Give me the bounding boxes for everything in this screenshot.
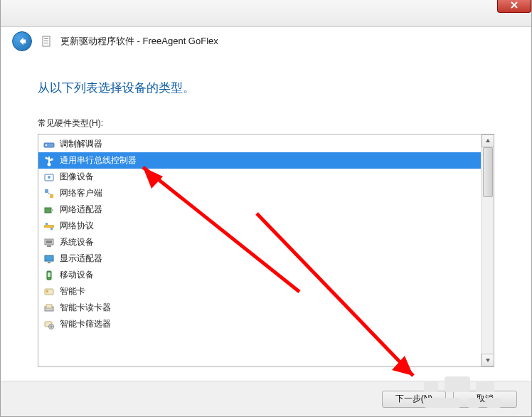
list-item-label: 智能卡 [60,285,85,297]
smartcard-icon [43,285,55,298]
scroll-thumb[interactable] [483,147,493,197]
svg-rect-17 [50,194,53,198]
svg-rect-21 [44,225,54,228]
svg-rect-4 [44,41,48,41]
svg-rect-23 [50,228,53,230]
scroll-up-button[interactable] [482,134,494,147]
svg-line-18 [48,193,50,194]
svg-rect-13 [51,158,53,160]
hardware-list-box: 调制解调器通用串行总线控制器图像设备网络客户端网络适配器网络协议系统设备显示适配… [38,134,494,367]
svg-rect-3 [44,38,48,39]
svg-rect-32 [46,290,48,292]
svg-point-15 [48,176,50,179]
list-item-label: 通用串行总线控制器 [60,154,137,167]
display-adapter-icon [43,253,55,265]
mobile-device-icon [43,269,55,282]
modem-icon [43,138,55,151]
scroll-down-button[interactable] [482,354,494,366]
list-item-label: 网络客户端 [60,187,102,199]
svg-marker-37 [486,139,490,142]
close-button[interactable] [497,0,531,13]
list-item[interactable]: 网络适配器 [38,201,494,218]
svg-marker-38 [486,359,490,362]
back-arrow-icon [17,36,27,46]
smartcard-reader-icon [43,302,55,315]
cancel-button-label: 取消 [477,393,494,405]
svg-rect-30 [48,273,50,277]
list-item[interactable]: 网络客户端 [38,185,494,201]
content-area: 从以下列表选择设备的类型。 常见硬件类型(H): 调制解调器通用串行总线控制器图… [1,56,531,376]
network-client-icon [43,187,55,200]
window-title: 更新驱动程序软件 - FreeAgent GoFlex [60,35,218,48]
svg-rect-34 [46,305,52,308]
list-item-label: 显示适配器 [60,253,102,265]
svg-rect-22 [46,223,48,225]
next-button[interactable]: 下一步(N) [382,391,446,408]
svg-rect-25 [46,241,52,243]
list-item[interactable]: 智能卡读卡器 [38,300,494,316]
system-device-icon [43,236,55,249]
list-item[interactable]: 通用串行总线控制器 [38,152,494,169]
list-item[interactable]: 智能卡筛选器 [38,316,494,332]
list-item-label: 智能卡筛选器 [60,318,111,330]
list-item-label: 网络协议 [60,220,94,232]
list-item-label: 网络适配器 [60,204,102,216]
list-label: 常见硬件类型(H): [38,117,494,130]
back-button[interactable] [12,31,32,51]
nav-row: 更新驱动程序软件 - FreeAgent GoFlex [1,27,531,56]
svg-rect-7 [46,144,47,146]
list-item[interactable]: 移动设备 [38,267,494,283]
list-item-label: 系统设备 [60,236,94,248]
page-heading: 从以下列表选择设备的类型。 [38,80,494,96]
chevron-down-icon [485,357,491,363]
svg-rect-31 [45,289,53,295]
cancel-button[interactable]: 取消 [453,391,517,408]
list-item[interactable]: 显示适配器 [38,250,494,267]
network-adapter-icon [43,204,55,216]
list-item[interactable]: 调制解调器 [38,136,494,152]
dialog-window: 更新驱动程序软件 - FreeAgent GoFlex 从以下列表选择设备的类型… [0,0,532,417]
list-item-label: 智能卡读卡器 [60,302,111,314]
svg-rect-20 [51,209,53,211]
smartcard-filter-icon [43,318,55,331]
svg-rect-19 [45,208,51,213]
svg-point-12 [46,157,48,159]
footer-bar: 下一步(N) 取消 [1,381,531,416]
svg-rect-28 [48,262,50,263]
image-device-icon [43,171,55,184]
list-item-label: 图像设备 [60,171,94,183]
svg-rect-26 [47,246,51,247]
usb-icon [43,154,55,167]
chevron-up-icon [485,138,491,144]
svg-rect-16 [45,189,48,193]
list-item[interactable]: 系统设备 [38,234,494,250]
network-protocol-icon [43,220,55,233]
svg-rect-5 [44,43,48,43]
list-item[interactable]: 图像设备 [38,169,494,185]
document-icon [41,36,52,47]
list-item[interactable]: 网络协议 [38,218,494,234]
list-item[interactable]: 智能卡 [38,283,494,300]
close-icon [511,1,518,9]
list-item-label: 移动设备 [60,269,94,281]
list-item-label: 调制解调器 [60,138,102,150]
svg-rect-27 [45,255,53,261]
title-bar [1,0,531,27]
next-button-label: 下一步(N) [395,393,433,405]
scrollbar[interactable] [481,134,494,366]
